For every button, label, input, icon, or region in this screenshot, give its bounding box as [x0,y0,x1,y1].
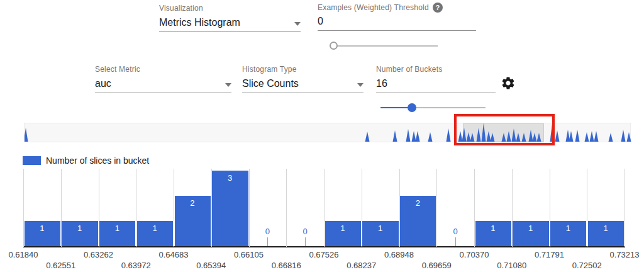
bar-value-label: 0 [303,227,308,236]
visualization-label: Visualization [159,4,301,13]
x-tick-label: 0.62551 [46,261,75,270]
x-tick-label: 0.67526 [309,250,339,259]
x-tick-label: 0.65394 [196,261,226,270]
bar-value-label: 1 [115,224,119,233]
bar-value-label: 1 [491,224,495,233]
threshold-label: Examples (Weighted) Threshold [318,3,429,12]
bar-value-label: 1 [566,224,570,233]
bar-value-label: 1 [604,224,608,233]
x-tick-label: 0.69659 [422,261,452,270]
slider-thumb[interactable] [330,42,338,50]
x-tick-label: 0.64683 [159,250,189,259]
num-buckets-slider[interactable] [380,103,486,112]
x-tick-label: 0.63972 [121,261,151,270]
threshold-slider[interactable] [330,42,438,50]
histogram-chart[interactable]: 1111230011201111 [23,169,625,247]
gridline [249,169,250,247]
gridline [625,169,625,247]
num-buckets-input[interactable]: 16 [376,78,387,89]
legend-label: Number of slices in bucket [46,156,149,166]
bar-value-label: 0 [453,227,458,236]
histogram-type-dropdown[interactable]: Histogram Type Slice Counts [242,65,364,93]
x-tick-label: 0.70370 [460,250,489,259]
chevron-down-icon[interactable] [225,83,231,87]
threshold-field[interactable]: Examples (Weighted) Threshold ? 0 [318,3,476,31]
chevron-down-icon[interactable] [357,83,364,87]
chevron-down-icon[interactable] [294,22,301,26]
x-tick-label: 0.68237 [347,261,376,270]
x-tick-label: 0.66105 [234,250,264,259]
bar-value-label: 1 [40,224,44,233]
bar-value-label: 1 [153,224,157,233]
histogram-type-label: Histogram Type [242,65,364,74]
bar-value-label: 3 [228,173,232,183]
x-axis-labels: 0.618400.625510.632620.639720.646830.653… [23,250,625,271]
slider-track[interactable] [330,45,438,47]
x-tick-label: 0.61840 [9,250,38,259]
bar-value-label: 2 [190,198,194,208]
bar-value-label: 0 [265,227,270,236]
x-tick-label: 0.71080 [497,261,526,270]
bar-value-label: 1 [528,224,533,233]
gridline [436,169,437,247]
num-buckets-field[interactable]: Number of Buckets 16 [376,65,496,93]
bar-value-label: 1 [340,224,345,233]
visualization-value: Metrics Histogram [159,17,240,28]
select-metric-label: Select Metric [95,65,231,74]
x-tick-label: 0.63262 [84,250,113,259]
gridline [286,169,287,247]
legend-swatch [23,156,41,165]
threshold-input[interactable]: 0 [318,16,323,27]
settings-gear-icon[interactable] [501,76,516,91]
x-tick-label: 0.71791 [535,250,564,259]
x-tick-label: 0.73213 [610,250,640,259]
zero-annotation-stem [455,237,456,246]
zero-annotation-stem [267,237,268,246]
legend: Number of slices in bucket [23,156,149,166]
x-tick-label: 0.68948 [384,250,414,259]
help-icon[interactable]: ? [433,3,443,13]
slider-thumb[interactable] [408,103,416,112]
histogram-type-value: Slice Counts [242,78,299,89]
x-tick-label: 0.72502 [572,261,602,270]
visualization-dropdown[interactable]: Visualization Metrics Histogram [159,4,301,32]
selection-highlight-box [454,114,555,145]
metrics-histogram-widget: Visualization Metrics Histogram Examples… [0,0,644,272]
select-metric-dropdown[interactable]: Select Metric auc [95,65,231,93]
zero-annotation-stem [305,237,306,246]
bar-value-label: 1 [77,224,82,233]
select-metric-value: auc [95,78,111,89]
bar-value-label: 2 [416,198,420,208]
bar-value-label: 1 [378,224,382,233]
num-buckets-label: Number of Buckets [376,65,496,74]
x-tick-label: 0.66816 [272,261,301,270]
